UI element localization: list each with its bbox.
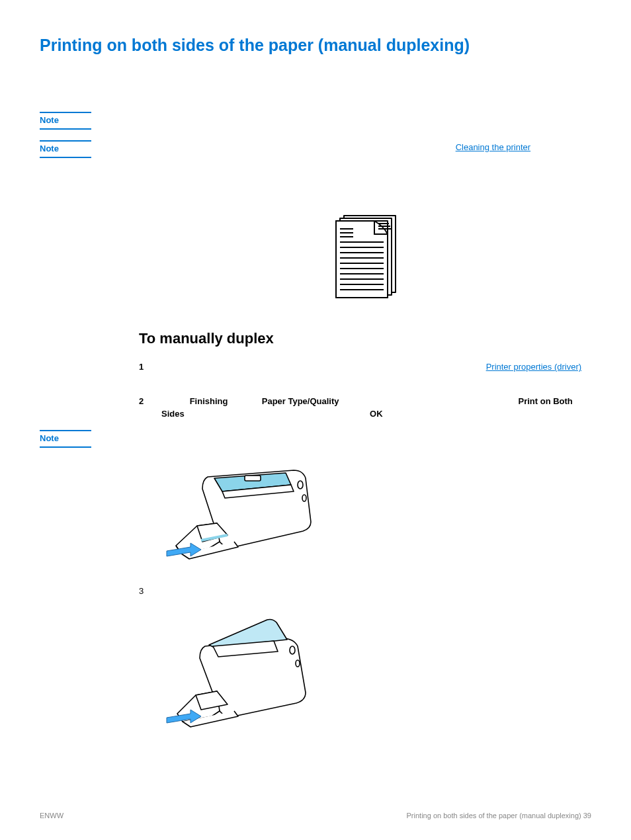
note-label-2: Note bbox=[40, 140, 91, 158]
printer-open-icon bbox=[161, 617, 327, 743]
svg-point-23 bbox=[296, 660, 300, 667]
note-body-1: Manual duplexing is supported only in Wi… bbox=[91, 112, 591, 126]
finishing-bold: Finishing bbox=[190, 396, 228, 406]
s2f: . Print the document. bbox=[383, 409, 462, 419]
printer-closed-icon bbox=[161, 462, 327, 575]
note-3: Note Not all printer features are availa… bbox=[40, 430, 591, 456]
step-3: 3 After side one has printed, remove the… bbox=[139, 585, 591, 610]
printer-figure-1 bbox=[161, 462, 591, 575]
s2c: tab (the bbox=[228, 396, 261, 406]
step-1: 1 Access the printer properties (or prin… bbox=[139, 361, 591, 386]
intro-text: To print on both sides of the paper (man… bbox=[139, 83, 591, 96]
svg-rect-19 bbox=[245, 476, 261, 481]
note-label-1: Note bbox=[40, 112, 91, 130]
step-2-number: 2 bbox=[139, 396, 161, 408]
printer-figure-2 bbox=[161, 617, 591, 743]
note-2: Note Manual duplexing can cause the prin… bbox=[40, 140, 591, 167]
printer-properties-link[interactable]: Printer properties (driver) bbox=[486, 362, 582, 372]
note-label-3: Note bbox=[40, 430, 91, 448]
step-1-body: Access the printer properties (or printi… bbox=[161, 361, 591, 386]
paper-stack-icon bbox=[325, 209, 405, 302]
svg-point-21 bbox=[302, 495, 306, 501]
step-3-body: After side one has printed, remove the r… bbox=[144, 585, 591, 610]
page-footer: ENWW Printing on both sides of the paper… bbox=[40, 811, 591, 821]
paper-stack-figure bbox=[139, 209, 591, 302]
step-2-body: On the Finishing tab (the Paper Type/Qua… bbox=[161, 396, 591, 421]
note-body-2: Manual duplexing can cause the printer t… bbox=[91, 140, 591, 167]
cleaning-printer-link[interactable]: Cleaning the printer bbox=[456, 142, 530, 152]
footer-left: ENWW bbox=[40, 811, 63, 821]
ok-bold: OK bbox=[370, 409, 383, 419]
step-3-number: 3 bbox=[139, 585, 144, 598]
paper-type-quality-bold: Paper Type/Quality bbox=[262, 396, 339, 406]
s2d: tab for some Mac drivers), select the op… bbox=[339, 396, 519, 406]
svg-point-20 bbox=[298, 481, 303, 489]
s2e: . Select the appropriate binding option,… bbox=[185, 409, 370, 419]
svg-point-22 bbox=[290, 646, 295, 654]
s2a: On the bbox=[161, 396, 190, 406]
page-title: Printing on both sides of the paper (man… bbox=[40, 33, 591, 57]
step-1-number: 1 bbox=[139, 361, 161, 374]
step1-text-a: Access the printer properties (or printi… bbox=[161, 362, 486, 372]
step1-text-b: for instructions. bbox=[161, 374, 220, 384]
below-notes-spacer bbox=[139, 177, 591, 190]
section-heading: To manually duplex bbox=[139, 328, 591, 349]
note-1: Note Manual duplexing is supported only … bbox=[40, 112, 591, 130]
step-2: 2 On the Finishing tab (the Paper Type/Q… bbox=[139, 396, 591, 421]
note-body-3: Not all printer features are available f… bbox=[91, 430, 591, 456]
note2-text-a: Manual duplexing can cause the printer t… bbox=[139, 142, 456, 152]
footer-right: Printing on both sides of the paper (man… bbox=[407, 811, 591, 821]
